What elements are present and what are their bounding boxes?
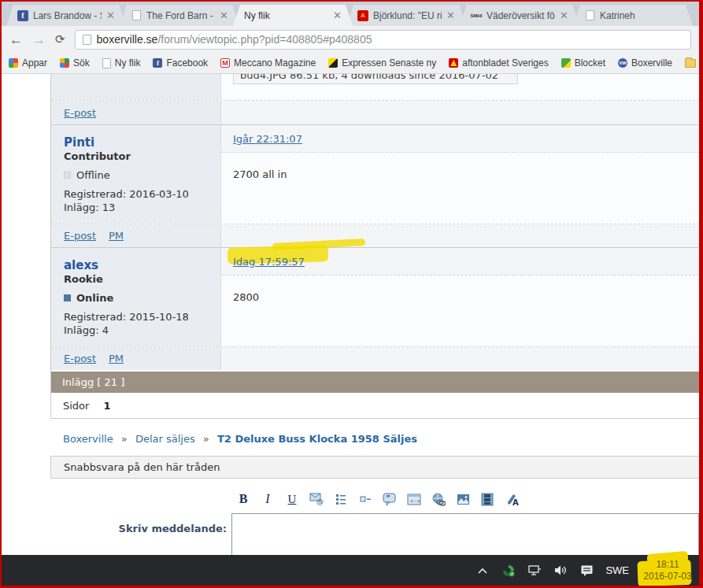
- post-message: 2700 all in: [221, 153, 699, 224]
- url-path: /forum/viewtopic.php?pid=408805#p408805: [157, 33, 372, 46]
- page-icon: [83, 35, 91, 45]
- breadcrumb: Boxerville » Delar säljes » T2 Deluxe Bu…: [50, 419, 699, 456]
- quote-button[interactable]: ”: [383, 492, 397, 506]
- tab-close-icon[interactable]: ✕: [560, 9, 568, 21]
- bookmark-boxerville[interactable]: VWBoxerville: [618, 57, 672, 68]
- language-indicator[interactable]: SWE: [605, 564, 629, 576]
- post-alexs: alexs Rookie Online Registrerad: 2015-10…: [51, 247, 699, 370]
- tab-ford-barn[interactable]: The Ford Barn - Sea ✕: [120, 5, 239, 26]
- bookmark-label: Meccano Magazine: [234, 57, 316, 68]
- bookmark-label: Sök: [73, 57, 90, 68]
- email-link[interactable]: E-post: [64, 230, 96, 242]
- clock-date: 2016-07-03: [642, 571, 693, 582]
- email-link[interactable]: E-post: [64, 353, 96, 364]
- page-favicon: [132, 10, 141, 20]
- post-footer: E-post: [51, 100, 699, 124]
- facebook-icon: f: [153, 58, 162, 68]
- bookmark-label: Appar: [22, 57, 47, 68]
- annotation-red-border: f Lars Brandow - Stef ✕ The Ford Barn - …: [0, 0, 703, 588]
- forward-button[interactable]: →: [32, 33, 46, 46]
- pagination-row: Sidor 1: [51, 393, 699, 419]
- browser-toolbar: ← → ⟳ boxerville.se/forum/viewtopic.php?…: [2, 26, 699, 53]
- windows-taskbar: SWE 18:11 2016-07-03: [2, 555, 699, 586]
- post-date-link[interactable]: Idag 17:59:57: [233, 256, 305, 268]
- bookmark-appar[interactable]: Appar: [9, 57, 47, 68]
- pages-label: Sidor: [63, 400, 89, 412]
- tab-title: Katrineh: [600, 10, 682, 21]
- breadcrumb-link-delar-saljes[interactable]: Delar säljes: [135, 433, 195, 445]
- aftonbladet-favicon: A: [357, 10, 368, 21]
- address-bar[interactable]: boxerville.se/forum/viewtopic.php?pid=40…: [75, 30, 691, 50]
- post-date-link[interactable]: Igår 22:31:07: [233, 133, 302, 145]
- reload-button[interactable]: ⟳: [55, 32, 65, 46]
- list-item-button[interactable]: [358, 492, 372, 506]
- user-rank: Rookie: [64, 273, 208, 285]
- tab-smhi-weather[interactable]: SMHI Väderöversikt för St ✕: [460, 5, 579, 26]
- bookmark-sok[interactable]: Sök: [60, 57, 90, 68]
- tab-katrineholm[interactable]: Katrineh: [573, 5, 693, 26]
- message-label: Skriv meddelande:: [50, 488, 231, 555]
- attachment-info: bud4.JPG 86.51 kb, 4 downloads since 201…: [234, 74, 517, 81]
- breadcrumb-separator: »: [203, 433, 209, 445]
- video-button[interactable]: [480, 492, 494, 506]
- tab-close-icon[interactable]: ✕: [220, 9, 228, 21]
- meccano-icon: M: [220, 58, 230, 68]
- font-color-button[interactable]: A: [505, 492, 519, 506]
- pm-link[interactable]: PM: [109, 230, 124, 242]
- tab-facebook-lars-brandow[interactable]: f Lars Brandow - Stef ✕: [6, 5, 126, 26]
- show-hidden-icons-chevron[interactable]: [475, 564, 490, 578]
- tab-close-icon[interactable]: ✕: [333, 9, 342, 21]
- back-button[interactable]: ←: [9, 33, 23, 46]
- username-link[interactable]: Pinti: [64, 135, 208, 150]
- post-pinti: Pinti Contributor Offline Registrerad: 2…: [51, 124, 699, 247]
- previous-post-remainder: bud4.JPG 86.51 kb, 4 downloads since 201…: [51, 74, 699, 100]
- bookmark-blocket[interactable]: Blocket: [561, 57, 605, 68]
- image-button[interactable]: [456, 492, 470, 506]
- bookmark-label: Ny flik: [115, 57, 141, 68]
- search-site-icon: [60, 58, 69, 68]
- bookmark-aftonbladet[interactable]: aftonbladet Sveriges: [449, 57, 548, 68]
- post-footer-spacer: [221, 101, 699, 124]
- tab-title: Ny flik: [244, 10, 328, 21]
- email-link[interactable]: E-post: [64, 107, 96, 119]
- user-info: alexs Rookie Online Registrerad: 2015-10…: [51, 248, 221, 346]
- username-link[interactable]: alexs: [64, 258, 208, 272]
- aftonbladet-icon: [449, 58, 458, 68]
- italic-button[interactable]: I: [261, 492, 275, 506]
- list-button[interactable]: [334, 492, 348, 506]
- taskbar-clock[interactable]: 18:11 2016-07-03: [642, 559, 693, 582]
- svg-text:<·>: <·>: [410, 498, 420, 505]
- tab-ny-flik[interactable]: Ny flik ✕: [233, 5, 353, 26]
- email-button[interactable]: @: [309, 492, 324, 506]
- bold-button[interactable]: B: [236, 492, 250, 506]
- antivirus-tray-icon[interactable]: [501, 564, 516, 578]
- breadcrumb-link-boxerville[interactable]: Boxerville: [63, 433, 113, 445]
- bookmarks-bar: Appar Sök Ny flik fFacebook MMeccano Mag…: [2, 53, 699, 74]
- tab-close-icon[interactable]: ✕: [106, 9, 115, 21]
- underline-button[interactable]: U: [285, 492, 299, 506]
- tab-close-icon[interactable]: ✕: [446, 9, 455, 21]
- bookmark-label: Blocket: [575, 57, 605, 68]
- bookmark-facebook[interactable]: fFacebook: [153, 57, 208, 68]
- bookmark-ny-flik[interactable]: Ny flik: [102, 57, 141, 68]
- action-center-icon[interactable]: [579, 564, 594, 578]
- link-button[interactable]: [431, 492, 446, 506]
- user-status: Offline: [64, 169, 208, 181]
- message-textarea[interactable]: [231, 513, 699, 555]
- pm-link[interactable]: PM: [109, 353, 124, 364]
- tab-title: Väderöversikt för St: [487, 10, 555, 21]
- network-tray-icon[interactable]: [527, 564, 542, 578]
- bookmark-expressen[interactable]: Expressen Senaste ny: [328, 57, 436, 68]
- tab-aftonbladet-article[interactable]: A Björklund: "EU riske ✕: [346, 5, 466, 26]
- code-button[interactable]: <·>: [407, 492, 421, 506]
- bookmark-folder[interactable]: I: [685, 57, 699, 68]
- page-favicon: [586, 10, 594, 20]
- bookmark-meccano[interactable]: MMeccano Magazine: [220, 57, 316, 68]
- attachment-box: bud4.JPG 86.51 kb, 4 downloads since 201…: [233, 74, 518, 84]
- quick-reply-form: Skriv meddelande: B I U @ ”: [50, 479, 699, 555]
- bookmark-label: Expressen Senaste ny: [342, 57, 436, 68]
- svg-text:A: A: [512, 498, 519, 506]
- svg-text:”: ”: [386, 494, 390, 502]
- posts-count-bar: Inlägg [ 21 ]: [51, 372, 699, 393]
- volume-tray-icon[interactable]: [553, 564, 568, 578]
